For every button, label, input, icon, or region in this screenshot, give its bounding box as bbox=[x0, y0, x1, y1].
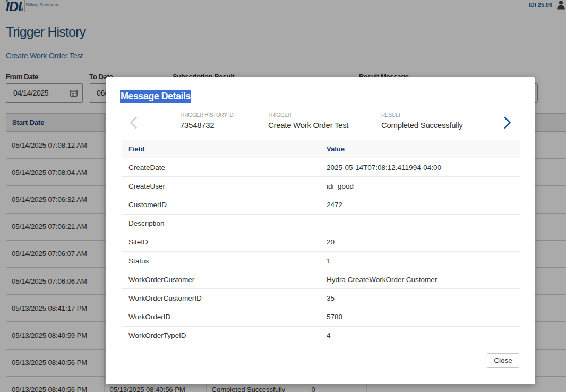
field-column-header[interactable]: Field bbox=[122, 140, 320, 158]
detail-row: WorkOrderCustomerID35 bbox=[122, 289, 520, 308]
detail-row: WorkOrderID5780 bbox=[122, 308, 520, 326]
nav-trigger: TRIGGER Create Work Order Test bbox=[268, 112, 348, 130]
detail-row: WorkOrderCustomerHydra CreateWorkOrder C… bbox=[122, 270, 520, 289]
modal-title: Message Details bbox=[120, 90, 191, 103]
detail-field-cell: WorkOrderCustomer bbox=[122, 270, 320, 289]
detail-row: SiteID20 bbox=[122, 233, 520, 251]
nav-label: TRIGGER bbox=[268, 112, 348, 118]
detail-field-cell: Status bbox=[122, 251, 320, 270]
detail-row: Status1 bbox=[122, 251, 520, 270]
detail-field-cell: WorkOrderID bbox=[122, 308, 320, 326]
detail-value-cell: 1 bbox=[320, 251, 520, 270]
nav-trigger-history-id: TRIGGER HISTORY ID 73548732 bbox=[180, 112, 234, 130]
nav-value: 73548732 bbox=[180, 121, 234, 130]
detail-field-cell: CustomerID bbox=[122, 195, 320, 214]
detail-row: WorkOrderTypeID4 bbox=[122, 326, 520, 345]
close-button[interactable]: Close bbox=[487, 353, 519, 368]
detail-value-cell: Hydra CreateWorkOrder Customer bbox=[320, 270, 520, 289]
detail-row: CustomerID2472 bbox=[122, 195, 520, 214]
detail-field-cell: WorkOrderTypeID bbox=[122, 326, 320, 345]
detail-row: CreateDate2025-05-14T07:08:12.411994-04:… bbox=[122, 158, 520, 177]
nav-label: TRIGGER HISTORY ID bbox=[180, 112, 234, 118]
nav-value: Completed Successfully bbox=[381, 121, 462, 130]
detail-field-cell: CreateUser bbox=[122, 177, 320, 195]
chevron-right-icon[interactable] bbox=[503, 116, 512, 130]
detail-value-cell: 4 bbox=[320, 326, 520, 345]
detail-value-cell: 2472 bbox=[320, 195, 520, 214]
detail-value-cell: 2025-05-14T07:08:12.411994-04:00 bbox=[320, 158, 520, 177]
detail-value-cell: 20 bbox=[320, 233, 520, 251]
detail-value-cell: 35 bbox=[320, 289, 520, 308]
value-column-header[interactable]: Value bbox=[320, 140, 520, 158]
nav-value: Create Work Order Test bbox=[268, 121, 348, 130]
detail-value-cell bbox=[320, 214, 520, 233]
detail-row: CreateUseridi_good bbox=[122, 177, 520, 195]
message-detail-table: Field Value CreateDate2025-05-14T07:08:1… bbox=[122, 140, 520, 345]
nav-result: RESULT Completed Successfully bbox=[381, 112, 462, 130]
detail-field-cell: Description bbox=[122, 214, 320, 233]
nav-label: RESULT bbox=[381, 112, 462, 118]
detail-field-cell: SiteID bbox=[122, 233, 320, 251]
chevron-left-icon[interactable] bbox=[129, 116, 138, 130]
modal-title-selected-text: Message Details bbox=[120, 90, 191, 103]
detail-row: Description bbox=[122, 214, 520, 233]
detail-field-cell: CreateDate bbox=[122, 158, 320, 177]
detail-value-cell: idi_good bbox=[320, 177, 520, 195]
detail-header-row: Field Value bbox=[122, 140, 520, 158]
detail-field-cell: WorkOrderCustomerID bbox=[122, 289, 320, 308]
message-details-modal: Message Details TRIGGER HISTORY ID 73548… bbox=[106, 77, 535, 384]
detail-value-cell: 5780 bbox=[320, 308, 520, 326]
